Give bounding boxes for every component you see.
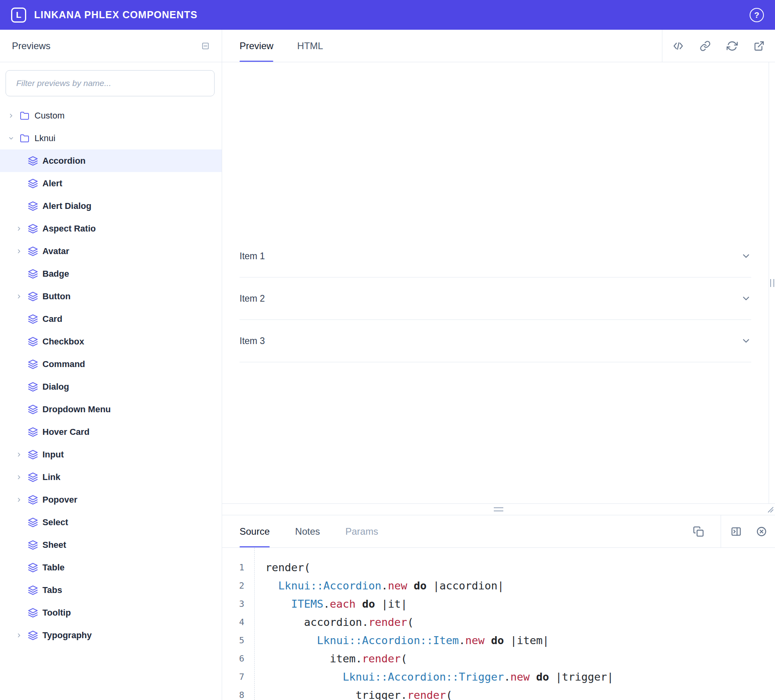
refresh-icon[interactable] [727, 40, 738, 52]
sidebar-item-checkbox[interactable]: Checkbox [0, 330, 222, 353]
chevron-right-icon [16, 226, 28, 232]
app-root: L LINKANA PHLEX COMPONENTS ? Previews Cu… [0, 0, 775, 700]
tree-item-label: Alert Dialog [42, 201, 91, 211]
sidebar-item-input[interactable]: Input [0, 443, 222, 466]
code-text: trigger.render( [254, 689, 452, 700]
accordion-preview: Item 1 Item 2 Item 3 [240, 235, 751, 362]
tab-source[interactable]: Source [240, 515, 270, 547]
vertical-resize-gutter[interactable] [769, 62, 775, 503]
tab-html[interactable]: HTML [297, 30, 323, 62]
sidebar-item-dialog[interactable]: Dialog [0, 375, 222, 398]
layers-icon [28, 517, 42, 528]
chevron-right-icon [16, 451, 28, 458]
tree-item-label: Sheet [42, 540, 66, 550]
sidebar-item-avatar[interactable]: Avatar [0, 240, 222, 262]
tree-item-label: Accordion [42, 156, 86, 166]
sidebar-item-link[interactable]: Link [0, 466, 222, 488]
inspector-drawer: Source Notes Params [222, 515, 775, 700]
sidebar-item-tabs[interactable]: Tabs [0, 579, 222, 601]
chevron-right-icon [8, 113, 20, 119]
code-line: 5 Lknui::Accordion::Item.new do |item| [222, 631, 775, 649]
sidebar-item-card[interactable]: Card [0, 308, 222, 330]
chevron-down-icon [741, 336, 751, 346]
tree-item-label: Tabs [42, 585, 62, 595]
sidebar-item-hover-card[interactable]: Hover Card [0, 421, 222, 443]
sidebar-item-button[interactable]: Button [0, 285, 222, 308]
code-line: 7 Lknui::Accordion::Trigger.new do |trig… [222, 667, 775, 686]
sidebar-item-table[interactable]: Table [0, 556, 222, 579]
dock-right-icon[interactable] [731, 526, 742, 537]
tree-item-label: Card [42, 314, 62, 324]
tab-params[interactable]: Params [345, 515, 378, 547]
tree-item-label: Lknui [35, 133, 56, 143]
link-icon[interactable] [700, 40, 711, 52]
help-circle-icon[interactable]: ? [750, 8, 764, 22]
line-number: 3 [222, 599, 254, 609]
accordion-item[interactable]: Item 2 [240, 277, 751, 320]
code-text: accordion.render( [254, 616, 414, 628]
folder-icon [20, 134, 35, 143]
layers-icon [28, 608, 42, 618]
code-line: 6 item.render( [222, 649, 775, 667]
tree-item-label: Link [42, 472, 60, 482]
drawer-tabs: Source Notes Params [222, 515, 378, 547]
filter-previews-input[interactable] [6, 70, 215, 96]
collapse-panel-icon[interactable] [201, 42, 210, 50]
tree-item-label: Hover Card [42, 427, 90, 437]
open-in-new-icon[interactable] [754, 40, 765, 52]
chevron-right-icon [16, 248, 28, 254]
sidebar-item-alert[interactable]: Alert [0, 172, 222, 195]
vertical-resize-handle [770, 279, 774, 287]
preview-toolbar [662, 30, 775, 62]
copy-icon[interactable] [693, 526, 704, 537]
tab-preview[interactable]: Preview [240, 30, 273, 62]
tree-item-label: Aspect Ratio [42, 224, 96, 234]
sidebar-item-select[interactable]: Select [0, 511, 222, 534]
sidebar-item-dropdown-menu[interactable]: Dropdown Menu [0, 398, 222, 421]
accordion-item[interactable]: Item 1 [240, 235, 751, 277]
preview-viewport: Item 1 Item 2 Item 3 [222, 62, 769, 503]
tree-folder-custom[interactable]: Custom [0, 104, 222, 127]
sidebar-item-sheet[interactable]: Sheet [0, 534, 222, 556]
code-text: Lknui::Accordion::Trigger.new do |trigge… [254, 671, 614, 683]
sidebar-item-badge[interactable]: Badge [0, 262, 222, 285]
layers-icon [28, 427, 42, 437]
app-logo-icon: L [11, 8, 26, 23]
tab-notes[interactable]: Notes [295, 515, 320, 547]
filter-wrapper [0, 62, 222, 103]
sidebar-item-aspect-ratio[interactable]: Aspect Ratio [0, 217, 222, 240]
sidebar-item-popover[interactable]: Popover [0, 488, 222, 511]
line-number: 1 [222, 562, 254, 572]
sidebar-header: Previews [0, 30, 222, 62]
tree-item-label: Popover [42, 495, 77, 505]
logo-letter: L [16, 10, 21, 20]
chevron-down-icon [8, 135, 20, 142]
layers-icon [28, 156, 42, 166]
previews-sidebar: Previews CustomLknuiAccordionAlertAlert … [0, 30, 222, 700]
tree-item-label: Typography [42, 630, 92, 641]
folder-icon [20, 111, 35, 120]
line-number: 6 [222, 654, 254, 664]
chevron-right-icon [16, 474, 28, 480]
tree-item-label: Command [42, 359, 85, 369]
sidebar-item-typography[interactable]: Typography [0, 624, 222, 646]
code-line: 3 ITEMS.each do |it| [222, 595, 775, 613]
tree-item-label: Custom [35, 111, 65, 121]
sidebar-item-tooltip[interactable]: Tooltip [0, 601, 222, 624]
layers-icon [28, 472, 42, 482]
accordion-item-label: Item 1 [240, 251, 265, 262]
close-circle-icon[interactable] [756, 526, 767, 537]
tree-item-label: Input [42, 449, 64, 460]
code-line: 2 Lknui::Accordion.new do |accordion| [222, 576, 775, 595]
tree-folder-lknui[interactable]: Lknui [0, 127, 222, 149]
main-panel: Preview HTML [222, 30, 775, 700]
corner-resize-grip[interactable] [767, 506, 774, 513]
sidebar-item-accordion[interactable]: Accordion [0, 149, 222, 172]
code-icon[interactable] [673, 40, 684, 52]
horizontal-resize-gutter[interactable] [222, 503, 775, 515]
line-number: 5 [222, 635, 254, 645]
accordion-item[interactable]: Item 3 [240, 320, 751, 362]
layers-icon [28, 449, 42, 460]
sidebar-item-command[interactable]: Command [0, 353, 222, 375]
sidebar-item-alert-dialog[interactable]: Alert Dialog [0, 195, 222, 217]
